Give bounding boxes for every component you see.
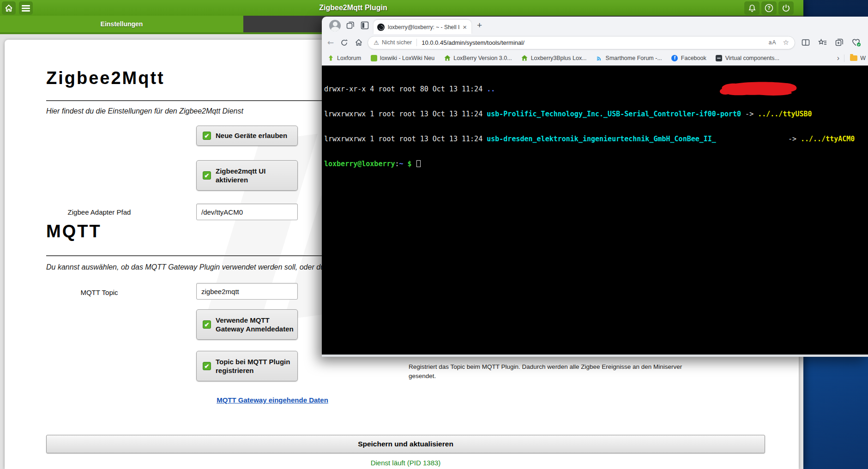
bookmark-label: Loxberry3Bplus Lox... (531, 55, 587, 61)
checkbox-label: Neue Geräte erlauben (216, 131, 291, 140)
mqtt-gateway-link[interactable]: MQTT Gateway eingehende Daten (196, 396, 349, 404)
tab-actions-icon[interactable] (361, 21, 369, 30)
checkbox-neue-geraete[interactable]: ✔ Neue Geräte erlauben (196, 126, 298, 146)
browser-tab-shellinabox[interactable]: loxberry@loxberry: ~ - Shell In A × (374, 20, 471, 34)
url-path: /admin/system/tools/terminal/ (446, 39, 524, 46)
translate-icon[interactable]: aA (769, 39, 777, 46)
shellinabox-favicon (377, 24, 385, 31)
terminal-line: lrwxrwxrwx 1 root root 13 Oct 13 11:24 u… (324, 110, 868, 118)
browser-tab-title: loxberry@loxberry: ~ - Shell In A (388, 24, 460, 30)
checkbox-topic-register[interactable]: ✔ Topic bei MQTT Plugin registrieren (196, 351, 298, 381)
checkbox-label: Zigbee2mqtt UI aktivieren (216, 167, 297, 185)
prompt-user: loxberry@loxberry (324, 160, 395, 168)
save-button[interactable]: Speichern und aktualisieren (46, 435, 765, 453)
house-icon (521, 54, 528, 61)
terminal[interactable]: drwxr-xr-x 4 root root 80 Oct 13 11:24 .… (322, 66, 868, 355)
notifications-button[interactable] (744, 1, 760, 15)
mqtt-topic-label: MQTT Topic (12, 289, 187, 296)
house-icon (444, 54, 451, 61)
adapter-path-label: Zigbee Adapter Pfad (12, 208, 187, 216)
browser-window: loxberry@loxberry: ~ - Shell In A × + ← … (322, 17, 868, 357)
checkbox-checked-icon: ✔ (203, 171, 211, 180)
bookmark-label: Facebook (681, 55, 706, 61)
checkbox-checked-icon: ✔ (203, 320, 211, 329)
power-button[interactable] (778, 1, 794, 15)
help-icon: ? (765, 4, 773, 12)
toolbar-icons (802, 38, 864, 47)
tab-close-icon[interactable]: × (462, 23, 468, 31)
bookmark-label: Smarthome Forum -... (606, 55, 662, 61)
terminal-line: lrwxrwxrwx 1 root root 13 Oct 13 11:24 u… (324, 135, 868, 143)
split-screen-icon[interactable] (802, 38, 810, 47)
new-tab-button[interactable]: + (477, 20, 482, 30)
bookmark-label: LoxBerry Version 3.0... (453, 55, 512, 61)
bookmark-smarthome-forum[interactable]: Smarthome Forum -... (596, 54, 662, 61)
feed-icon (596, 54, 603, 61)
svg-text:?: ? (767, 5, 770, 11)
help-button[interactable]: ? (761, 1, 777, 15)
terminal-prompt-line: loxberry@loxberry:~ $ (324, 160, 868, 168)
bookmark-facebook[interactable]: f Facebook (671, 54, 706, 61)
checkbox-checked-icon: ✔ (203, 132, 211, 140)
checkbox-label: Topic bei MQTT Plugin registrieren (216, 357, 297, 375)
browser-address-bar: ← ⚠ Nicht sicher 10.0.0.45 /admin/system… (322, 34, 868, 51)
bookmarks-overflow-chevron[interactable]: › (837, 54, 839, 62)
section-heading-zigbee2mqtt: Zigbee2Mqtt (46, 68, 165, 88)
bookmark-loxforum[interactable]: Loxforum (327, 54, 361, 61)
checkbox-mqtt-gateway[interactable]: ✔ Verwende MQTT Gateway Anmeldedaten (196, 309, 298, 340)
symlink-target: ../../ttyACM0 (801, 135, 855, 143)
virtual-components-icon (716, 54, 723, 61)
bookmark-label: W (860, 55, 866, 61)
terminal-cursor (416, 160, 421, 167)
bell-icon (748, 4, 756, 12)
browser-window-bottom-edge (322, 355, 868, 357)
url-host: 10.0.0.45 (422, 39, 446, 46)
bookmark-folder-w[interactable]: W (850, 55, 866, 61)
symlink-name: usb-Prolific_Technology_Inc._USB-Serial_… (487, 110, 741, 118)
tab-einstellungen[interactable]: Einstellungen (0, 16, 243, 32)
back-icon[interactable]: ← (327, 38, 334, 47)
bookmark-loxberry3bplus[interactable]: Loxberry3Bplus Lox... (521, 54, 587, 61)
power-icon (782, 4, 790, 12)
not-secure-warning-icon: ⚠ (374, 39, 379, 46)
page-title: Zigbee2Mqtt Plugin (0, 0, 706, 16)
browser-essentials-icon[interactable] (852, 38, 861, 47)
bookmark-loxwiki[interactable]: loxwiki - LoxWiki Neu (370, 54, 434, 61)
mqtt-topic-input[interactable] (196, 283, 298, 300)
bookmark-label: loxwiki - LoxWiki Neu (380, 55, 434, 61)
not-secure-label: Nicht sicher (382, 39, 412, 46)
loxberry-header: Zigbee2Mqtt Plugin ? (0, 0, 803, 16)
checkbox-zigbee2mqtt-ui[interactable]: ✔ Zigbee2mqtt UI aktivieren (196, 160, 298, 191)
adapter-path-input[interactable] (196, 204, 298, 220)
bookmarks-divider (844, 54, 844, 62)
settings-description: Hier findest du die Einstellungen für de… (46, 107, 243, 115)
symlink-target: ../../ttyUSB0 (758, 110, 812, 118)
url-field[interactable]: ⚠ Nicht sicher 10.0.0.45 /admin/system/t… (368, 36, 795, 49)
workspaces-icon[interactable] (346, 21, 355, 30)
bookmark-loxberry-version[interactable]: LoxBerry Version 3.0... (444, 54, 512, 61)
browser-home-icon[interactable] (355, 38, 363, 47)
prompt-path: ~ (399, 160, 404, 168)
facebook-icon: f (671, 54, 678, 61)
collections-icon[interactable] (835, 38, 844, 47)
bookmark-virtual-components[interactable]: Virtual components... (716, 54, 779, 61)
service-status: Dienst läuft (PID 1383) (46, 459, 765, 467)
browser-tab-strip: loxberry@loxberry: ~ - Shell In A × + (322, 17, 868, 34)
bookmark-label: Virtual components... (725, 55, 779, 61)
loxforum-icon (327, 54, 334, 61)
section-heading-mqtt: MQTT (46, 222, 102, 241)
red-scribble-annotation (718, 80, 800, 97)
bookmark-label: Loxforum (337, 55, 361, 61)
directory-entry: .. (487, 85, 495, 93)
favorite-star-icon[interactable]: ☆ (783, 38, 789, 47)
symlink-name: usb-dresden_elektronik_ingenieurtechnik_… (487, 135, 716, 143)
checkbox-label: Verwende MQTT Gateway Anmeldedaten (216, 316, 297, 334)
url-separator (416, 39, 417, 46)
profile-avatar[interactable] (329, 20, 341, 31)
bookmarks-bar: Loxforum loxwiki - LoxWiki Neu LoxBerry … (322, 51, 868, 66)
favorites-icon[interactable] (818, 38, 827, 47)
reload-icon[interactable] (340, 39, 348, 47)
register-help-text: Registriert das Topic beim MQTT Plugin. … (409, 362, 699, 381)
checkbox-checked-icon: ✔ (203, 362, 211, 370)
loxwiki-icon (370, 54, 377, 61)
